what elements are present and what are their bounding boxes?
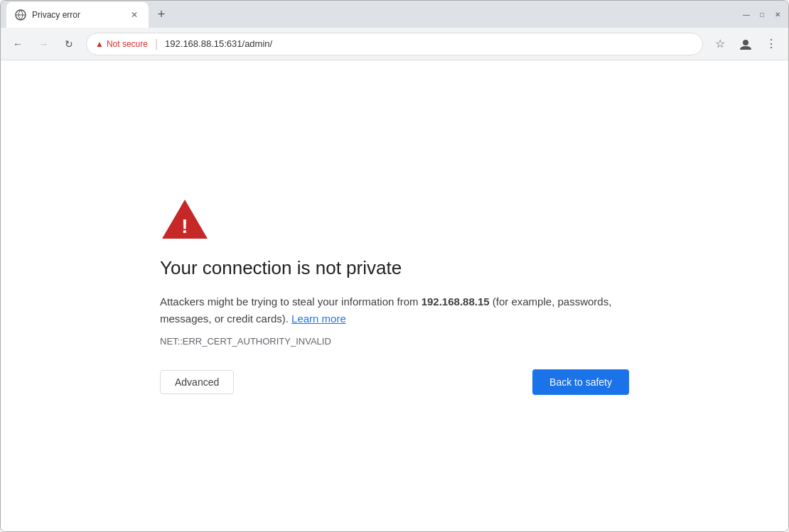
button-row: Advanced Back to safety xyxy=(160,369,629,395)
title-bar: Privacy error ✕ + — □ ✕ xyxy=(1,1,788,28)
reload-button[interactable]: ↻ xyxy=(58,33,80,55)
active-tab[interactable]: Privacy error ✕ xyxy=(6,2,149,28)
svg-text:!: ! xyxy=(181,215,188,237)
advanced-button[interactable]: Advanced xyxy=(160,370,234,394)
tab-favicon xyxy=(15,9,26,21)
svg-point-2 xyxy=(743,40,748,45)
error-title: Your connection is not private xyxy=(160,257,629,279)
address-bar[interactable]: ▲ Not secure | 192.168.88.15:631/admin/ xyxy=(86,33,703,55)
description-prefix: Attackers might be trying to steal your … xyxy=(160,295,422,308)
error-container: ! Your connection is not private Attacke… xyxy=(146,169,643,423)
maximize-button[interactable]: □ xyxy=(757,9,767,19)
close-button[interactable]: ✕ xyxy=(773,9,783,19)
forward-button[interactable]: → xyxy=(32,33,55,55)
minimize-button[interactable]: — xyxy=(741,9,751,19)
menu-button[interactable]: ⋮ xyxy=(760,33,783,55)
window-controls: — □ ✕ xyxy=(741,9,783,19)
warning-icon: ▲ xyxy=(95,39,104,49)
error-description: Attackers might be trying to steal your … xyxy=(160,293,629,327)
profile-button[interactable] xyxy=(734,33,757,55)
page-content: ! Your connection is not private Attacke… xyxy=(1,60,788,531)
back-button[interactable]: ← xyxy=(6,33,29,55)
tab-title: Privacy error xyxy=(32,10,123,20)
security-indicator: ▲ Not secure xyxy=(95,39,148,49)
warning-icon-large: ! xyxy=(160,197,629,243)
nav-right-controls: ☆ ⋮ xyxy=(709,33,783,55)
error-ip: 192.168.88.15 xyxy=(422,295,490,308)
learn-more-link[interactable]: Learn more xyxy=(291,313,346,325)
bookmark-button[interactable]: ☆ xyxy=(709,33,731,55)
address-url: 192.168.88.15:631/admin/ xyxy=(165,38,694,49)
navigation-bar: ← → ↻ ▲ Not secure | 192.168.88.15:631/a… xyxy=(1,28,788,60)
new-tab-button[interactable]: + xyxy=(151,4,171,24)
browser-window: Privacy error ✕ + — □ ✕ ← → ↻ ▲ Not secu… xyxy=(0,0,789,532)
back-to-safety-button[interactable]: Back to safety xyxy=(532,369,629,395)
tab-close-button[interactable]: ✕ xyxy=(129,9,140,21)
error-code: NET::ERR_CERT_AUTHORITY_INVALID xyxy=(160,336,629,347)
tab-bar: Privacy error ✕ + xyxy=(6,1,733,28)
not-secure-label: Not secure xyxy=(107,39,148,49)
address-separator: | xyxy=(155,38,158,50)
